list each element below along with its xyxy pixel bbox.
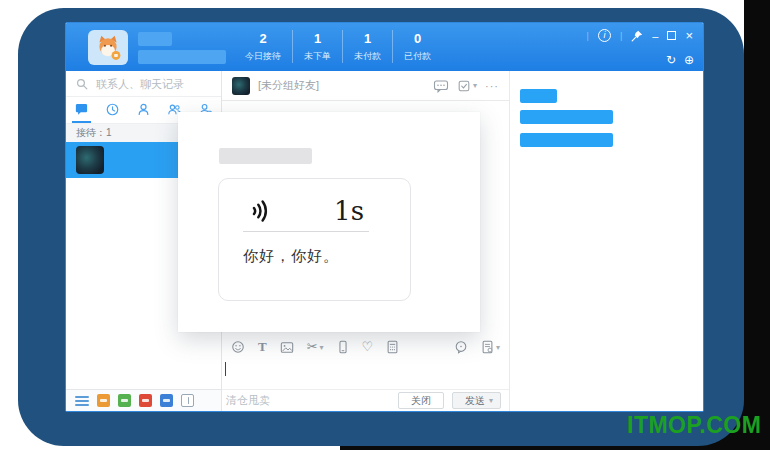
tab-history[interactable] xyxy=(103,97,122,123)
draft-text[interactable]: 清仓甩卖 xyxy=(226,393,390,408)
stat-label: 未付款 xyxy=(354,50,381,63)
redacted-info-bar xyxy=(520,133,613,147)
site-watermark: ITMOP.COM xyxy=(627,412,761,439)
menu-hamburger-icon[interactable] xyxy=(75,396,89,406)
redacted-status-bar xyxy=(138,50,226,64)
voice-message-popup: 1s 你好，你好。 xyxy=(178,112,480,332)
app-shortcut-icon-5[interactable] xyxy=(181,394,194,407)
redacted-username-bar xyxy=(138,32,172,46)
controls-separator: | xyxy=(620,31,622,41)
more-options-icon[interactable]: ··· xyxy=(485,81,499,91)
stat-value: 2 xyxy=(245,30,281,48)
redacted-popup-title xyxy=(219,148,312,164)
backdrop-black-column xyxy=(744,0,770,450)
person-icon xyxy=(136,102,151,117)
voice-duration: 1s xyxy=(334,196,364,226)
voice-message-card[interactable]: 1s 你好，你好。 xyxy=(218,178,411,301)
minimize-button[interactable]: – xyxy=(652,31,658,41)
window-header: 2 今日接待 1 未下单 1 未付款 0 已付款 | i | xyxy=(66,23,703,71)
chat-bubble-icon xyxy=(74,102,89,117)
search-row xyxy=(66,71,221,97)
caret-down-icon: ▾ xyxy=(489,396,493,405)
voice-transcript: 你好，你好。 xyxy=(243,247,410,266)
stat-label: 今日接待 xyxy=(245,50,281,63)
caret-down-icon: ▾ xyxy=(320,343,324,352)
refresh-icon[interactable]: ↻ xyxy=(666,53,676,67)
header-stats: 2 今日接待 1 未下单 1 未付款 0 已付款 xyxy=(234,30,442,63)
text-format-icon[interactable]: T xyxy=(258,339,267,355)
text-caret xyxy=(225,362,226,376)
voice-waves-icon xyxy=(247,196,275,226)
stat-paid[interactable]: 0 已付款 xyxy=(392,30,442,63)
redacted-info-bar xyxy=(520,89,557,103)
caret-down-icon: ▾ xyxy=(473,81,477,90)
caret-down-icon: ▾ xyxy=(496,343,500,352)
maximize-button[interactable] xyxy=(667,31,676,40)
chat-header: [未分组好友] ▾ xyxy=(222,71,509,101)
tab-conversations[interactable] xyxy=(72,97,91,123)
voice-row: 1s xyxy=(247,195,364,227)
send-label: 发送 xyxy=(465,394,485,408)
search-input[interactable] xyxy=(94,77,211,91)
info-icon[interactable]: i xyxy=(598,29,611,42)
controls-separator: | xyxy=(587,31,589,41)
chat-header-actions: ▾ ··· xyxy=(433,79,499,93)
screenshot-scissors-icon[interactable]: ✂ ▾ xyxy=(307,340,324,354)
clock-icon xyxy=(105,102,120,117)
stat-value: 0 xyxy=(404,30,431,48)
stat-label: 已付款 xyxy=(404,50,431,63)
message-input[interactable] xyxy=(222,359,509,389)
stat-value: 1 xyxy=(304,30,331,48)
input-toolbar: T ✂ ▾ ♡ xyxy=(222,335,509,359)
app-shortcut-icon-4[interactable] xyxy=(160,394,173,407)
stat-label: 未下单 xyxy=(304,50,331,63)
sidebar-bottom-bar xyxy=(66,389,221,411)
stat-no-order[interactable]: 1 未下单 xyxy=(292,30,342,63)
user-avatar[interactable] xyxy=(88,30,128,65)
app-shortcut-icon-2[interactable] xyxy=(118,394,131,407)
buyer-avatar xyxy=(76,146,104,174)
image-icon[interactable] xyxy=(280,341,294,354)
favorite-heart-icon[interactable]: ♡ xyxy=(362,340,374,354)
header-sub-actions: ↻ ⊕ xyxy=(666,53,694,67)
close-button[interactable]: × xyxy=(685,30,693,41)
voice-card-divider xyxy=(243,231,369,232)
chat-title: [未分组好友] xyxy=(258,78,425,93)
mobile-phone-icon[interactable] xyxy=(337,340,349,354)
app-shortcut-icon-1[interactable] xyxy=(97,394,110,407)
chat-bottom-bar: 清仓甩卖 关闭 发送 ▾ xyxy=(222,389,509,411)
chat-header-avatar[interactable] xyxy=(232,77,250,95)
app-shortcut-icon-3[interactable] xyxy=(139,394,152,407)
document-settings-icon[interactable]: ▾ xyxy=(481,340,500,354)
add-plus-icon[interactable]: ⊕ xyxy=(684,53,694,67)
task-check-icon[interactable]: ▾ xyxy=(457,79,477,93)
search-icon xyxy=(76,78,88,90)
conversation-bubbles-icon[interactable] xyxy=(433,79,449,93)
calculator-icon[interactable] xyxy=(386,340,399,354)
mascot-avatar-icon xyxy=(93,34,123,61)
tab-contacts[interactable] xyxy=(134,97,153,123)
quick-reply-bubble-icon[interactable] xyxy=(454,340,468,354)
customer-info-panel xyxy=(509,71,703,411)
window-controls: | i | – × xyxy=(587,29,693,42)
send-button[interactable]: 发送 ▾ xyxy=(452,392,501,409)
redacted-info-bar xyxy=(520,110,613,124)
pin-icon[interactable] xyxy=(631,30,643,42)
emoji-icon[interactable] xyxy=(231,340,245,354)
close-chat-button[interactable]: 关闭 xyxy=(398,392,444,409)
stat-value: 1 xyxy=(354,30,381,48)
stat-unpaid[interactable]: 1 未付款 xyxy=(342,30,392,63)
stat-today-served[interactable]: 2 今日接待 xyxy=(234,30,292,63)
